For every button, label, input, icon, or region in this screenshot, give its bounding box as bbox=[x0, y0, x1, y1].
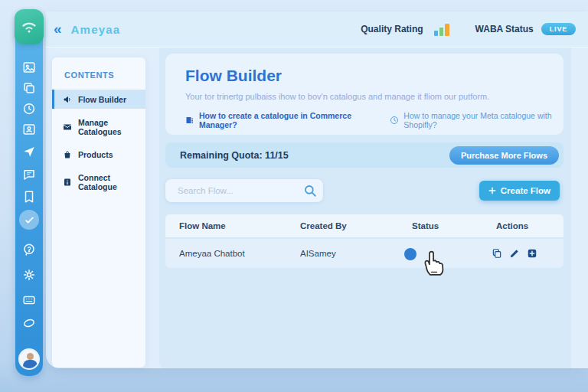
contents-item-label: Manage Catalogues bbox=[78, 118, 145, 136]
contents-item-label: Flow Builder bbox=[78, 95, 126, 104]
link-create-catalogue[interactable]: How to create a catalogue in Commerce Ma… bbox=[185, 111, 367, 129]
col-flow-name: Flow Name bbox=[179, 221, 300, 230]
wifi-icon bbox=[20, 18, 38, 36]
search-field-wrap bbox=[165, 179, 323, 202]
clock-icon bbox=[390, 116, 399, 125]
main-panel: Flow Builder Your tor trinertg pulbaiss … bbox=[159, 47, 571, 368]
table-header: Flow Name Created By Status Actions bbox=[165, 214, 564, 237]
actions-cell bbox=[492, 248, 564, 259]
history-icon[interactable] bbox=[22, 102, 36, 116]
link-manage-meta-catalogue[interactable]: How to manage your Meta catalogue with S… bbox=[390, 111, 564, 129]
contents-item-connect-catalogue[interactable]: Connect Catalogue bbox=[52, 172, 145, 191]
topbar-right: Quality Rating WABA Status LIVE bbox=[361, 22, 576, 36]
contents-item-manage-catalogues[interactable]: Manage Catalogues bbox=[52, 117, 145, 136]
quality-rating-label: Quality Rating bbox=[361, 24, 423, 34]
contacts-icon[interactable] bbox=[22, 122, 36, 136]
help-icon[interactable] bbox=[22, 243, 36, 256]
top-bar: « Ameyaa Quality Rating WABA Status LIVE bbox=[46, 11, 588, 47]
search-row: Create Flow bbox=[165, 179, 564, 202]
section-title: Flow Builder bbox=[185, 67, 564, 85]
live-status-badge: LIVE bbox=[541, 23, 576, 35]
section-subtitle: Your tor trinertg pulbaiss ihow to bov'n… bbox=[185, 92, 564, 101]
col-status: Status bbox=[412, 221, 492, 230]
whatsapp-active-icon[interactable] bbox=[19, 210, 39, 230]
contents-title: CONTENTS bbox=[64, 70, 145, 80]
quality-bars-icon bbox=[434, 22, 449, 36]
flow-name-cell: Ameyaa Chatbot bbox=[179, 249, 300, 258]
search-icon[interactable] bbox=[303, 184, 317, 198]
page-title: Ameyaa bbox=[71, 23, 121, 36]
send-icon[interactable] bbox=[22, 145, 36, 158]
create-flow-button[interactable]: Create Flow bbox=[479, 181, 560, 201]
link-label: How to manage your Meta catalogue with S… bbox=[403, 111, 564, 129]
help-links: How to create a catalogue in Commerce Ma… bbox=[185, 111, 564, 129]
col-actions: Actions bbox=[492, 221, 564, 230]
contents-item-flow-builder[interactable]: Flow Builder bbox=[52, 90, 145, 109]
waba-status-label: WABA Status bbox=[475, 24, 534, 34]
guide-icon bbox=[185, 116, 194, 125]
contents-item-label: Products bbox=[78, 150, 113, 159]
contents-panel: CONTENTS Flow Builder Manage Catalogues … bbox=[52, 57, 145, 368]
chat-icon[interactable] bbox=[22, 168, 36, 181]
app-logo[interactable] bbox=[15, 9, 44, 44]
search-input[interactable] bbox=[165, 179, 323, 202]
table-row: Ameyaa Chatbot AISamey bbox=[165, 239, 564, 268]
nav-rail bbox=[15, 11, 43, 376]
tag-icon[interactable] bbox=[22, 316, 36, 330]
created-by-cell: AISamey bbox=[300, 249, 412, 258]
link-label: How to create a catalogue in Commerce Ma… bbox=[199, 111, 367, 129]
contents-item-label: Connect Catalogue bbox=[78, 173, 145, 191]
flows-table: Flow Name Created By Status Actions Amey… bbox=[165, 214, 564, 268]
user-avatar[interactable] bbox=[18, 348, 40, 370]
megaphone-icon bbox=[63, 95, 72, 104]
purchase-more-flows-button[interactable]: Purchase More Flows bbox=[449, 146, 559, 165]
copy-icon[interactable] bbox=[492, 248, 502, 259]
toggle-knob bbox=[404, 248, 416, 260]
envelope-icon bbox=[63, 122, 72, 132]
billing-icon[interactable] bbox=[22, 293, 36, 307]
back-icon[interactable]: « bbox=[54, 21, 62, 38]
templates-icon[interactable] bbox=[22, 190, 36, 204]
app-root: « Ameyaa Quality Rating WABA Status LIVE… bbox=[0, 0, 588, 392]
edit-icon[interactable] bbox=[509, 248, 520, 259]
col-created-by: Created By bbox=[300, 221, 412, 230]
create-flow-label: Create Flow bbox=[501, 186, 550, 195]
plus-icon bbox=[488, 187, 496, 194]
info-book-icon bbox=[63, 178, 72, 187]
hero-card: Flow Builder Your tor trinertg pulbaiss … bbox=[165, 54, 564, 135]
quota-banner: Remaining Quota: 11/15 Purchase More Flo… bbox=[165, 142, 564, 168]
media-gallery-icon[interactable] bbox=[22, 60, 36, 74]
export-icon[interactable] bbox=[527, 248, 537, 259]
remaining-quota-text: Remaining Quota: 11/15 bbox=[180, 150, 289, 161]
pages-icon[interactable] bbox=[22, 81, 36, 95]
contents-item-products[interactable]: Products bbox=[52, 145, 145, 164]
app-window: « Ameyaa Quality Rating WABA Status LIVE… bbox=[46, 11, 588, 368]
status-cell bbox=[412, 249, 492, 258]
settings-icon[interactable] bbox=[22, 268, 36, 282]
shopping-bag-icon bbox=[63, 150, 72, 159]
